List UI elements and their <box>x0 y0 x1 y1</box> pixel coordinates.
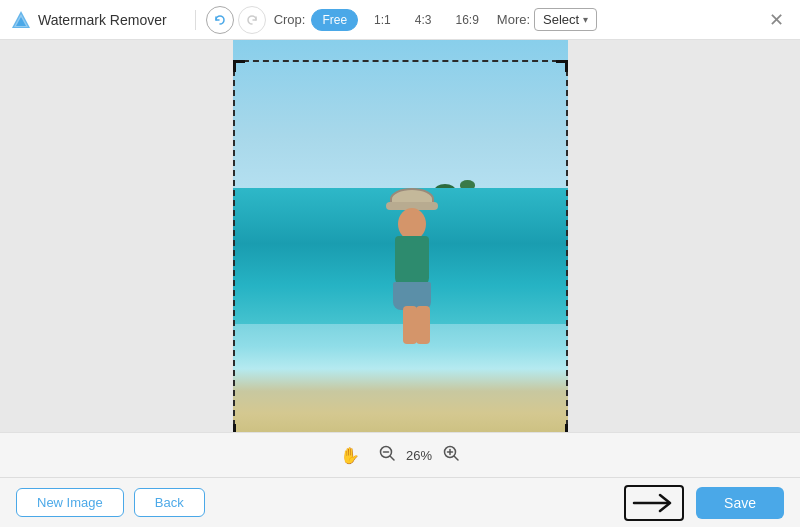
main-canvas-area <box>0 40 800 432</box>
zoom-controls: ✋ 26% <box>340 444 460 466</box>
footer-bar: New Image Back Save <box>0 477 800 527</box>
crop-free-button[interactable]: Free <box>311 9 358 31</box>
arrow-icon <box>624 485 684 521</box>
zoom-out-icon[interactable] <box>378 444 396 466</box>
save-button[interactable]: Save <box>696 487 784 519</box>
image-area <box>233 40 568 432</box>
app-logo-icon <box>10 9 32 31</box>
svg-line-4 <box>390 457 394 461</box>
hand-tool-icon[interactable]: ✋ <box>340 446 360 465</box>
dropdown-arrow-icon: ▾ <box>583 14 588 25</box>
right-leg <box>416 306 430 344</box>
toolbar-divider <box>195 10 196 30</box>
undo-button[interactable] <box>206 6 234 34</box>
torso <box>395 236 429 286</box>
close-button[interactable]: ✕ <box>762 6 790 34</box>
crop-1-1-button[interactable]: 1:1 <box>366 10 399 30</box>
select-dropdown[interactable]: Select ▾ <box>534 8 597 31</box>
app-title: Watermark Remover <box>38 12 167 28</box>
zoom-percent: 26% <box>406 448 432 463</box>
zoom-in-icon[interactable] <box>442 444 460 466</box>
svg-line-7 <box>455 457 459 461</box>
crop-options: Free 1:1 4:3 16:9 <box>311 9 486 31</box>
new-image-button[interactable]: New Image <box>16 488 124 517</box>
crop-16-9-button[interactable]: 16:9 <box>447 10 486 30</box>
redo-button[interactable] <box>238 6 266 34</box>
app-logo: Watermark Remover <box>10 9 167 31</box>
footer-right-area: Save <box>624 485 784 521</box>
back-button[interactable]: Back <box>134 488 205 517</box>
sky-layer <box>233 40 568 204</box>
crop-label: Crop: <box>274 12 306 27</box>
beach-image <box>233 40 568 432</box>
crop-4-3-button[interactable]: 4:3 <box>407 10 440 30</box>
person-figure <box>377 188 447 348</box>
select-label: Select <box>543 12 579 27</box>
footer-left-buttons: New Image Back <box>16 488 205 517</box>
title-bar: Watermark Remover Crop: Free 1:1 4:3 16:… <box>0 0 800 40</box>
more-label: More: <box>497 12 530 27</box>
zoom-bar: ✋ 26% <box>0 432 800 477</box>
